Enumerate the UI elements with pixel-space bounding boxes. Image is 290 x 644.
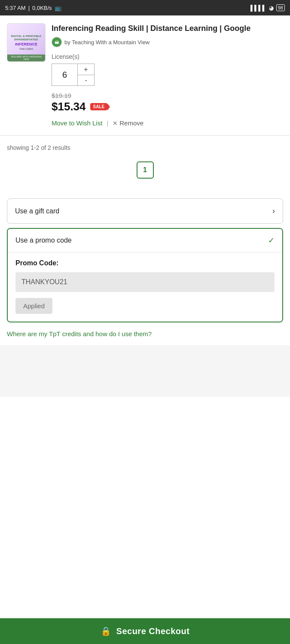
gift-card-section[interactable]: Use a gift card › xyxy=(7,198,283,224)
applied-button[interactable]: Applied xyxy=(15,298,52,314)
seller-row: 🏔 by Teaching With a Mountain View xyxy=(52,37,283,47)
gift-card-label: Use a gift card xyxy=(15,207,59,215)
promo-code-input[interactable] xyxy=(15,272,275,292)
credits-link[interactable]: Where are my TpT credits and how do I us… xyxy=(0,322,290,345)
stepper-plus-button[interactable]: + xyxy=(78,64,94,75)
promo-code-section[interactable]: Use a promo code ✓ Promo Code: Applied xyxy=(7,228,283,322)
remove-icon: ✕ xyxy=(113,120,118,127)
license-label: License(s) xyxy=(52,53,283,60)
original-price: $19.19 xyxy=(52,92,283,99)
thumb-bottom: Teaching With A Mountain View xyxy=(7,55,45,61)
thumb-subtitle: Task Cards xyxy=(19,48,33,50)
promo-code-header[interactable]: Use a promo code ✓ xyxy=(8,229,282,252)
remove-label: Remove xyxy=(119,119,143,127)
bottom-spacer xyxy=(0,345,290,397)
chevron-down-icon: ✓ xyxy=(268,236,275,245)
network-info: 0,0KB/s xyxy=(32,5,52,11)
seller-name: by Teaching With a Mountain View xyxy=(64,39,150,46)
stepper-minus-button[interactable]: - xyxy=(78,75,94,86)
license-count: 6 xyxy=(52,64,78,85)
page-1-button[interactable]: 1 xyxy=(137,161,154,179)
current-price: $15.34 xyxy=(52,100,86,113)
wifi-icon: ◕ xyxy=(269,5,274,11)
lock-icon: 🔒 xyxy=(101,626,111,636)
checkout-bar[interactable]: 🔒 Secure Checkout xyxy=(0,618,290,644)
section-divider xyxy=(0,135,290,136)
chevron-right-icon: › xyxy=(272,207,275,216)
price-row: $15.34 SALE xyxy=(52,100,283,113)
product-section: Digital & Printable Differentiated INFER… xyxy=(0,15,290,131)
time: 5:37 AM xyxy=(5,5,26,11)
product-thumbnail: Digital & Printable Differentiated INFER… xyxy=(7,23,46,62)
results-info: showing 1-2 of 2 results xyxy=(0,140,290,155)
signal-icon: ▌▌▌▌ xyxy=(250,5,266,11)
battery-indicator: 98 xyxy=(276,4,285,11)
thumb-bottom-text: Teaching With A Mountain View xyxy=(8,55,44,61)
product-info: Inferencing Reading Skill | Distance Lea… xyxy=(52,23,283,127)
actions-row: Move to Wish List | ✕ Remove xyxy=(52,119,283,127)
remove-button[interactable]: ✕ Remove xyxy=(113,119,143,127)
wishlist-button[interactable]: Move to Wish List xyxy=(52,119,102,127)
twitch-icon: 📺 xyxy=(55,5,61,11)
promo-code-label: Promo Code: xyxy=(15,259,275,267)
seller-avatar: 🏔 xyxy=(52,37,62,47)
separator: | xyxy=(107,119,108,127)
stepper-buttons[interactable]: + - xyxy=(78,64,94,85)
promo-code-header-label: Use a promo code xyxy=(15,237,72,244)
pagination[interactable]: 1 xyxy=(0,155,290,191)
license-stepper[interactable]: 6 + - xyxy=(52,64,95,86)
checkout-label: Secure Checkout xyxy=(116,626,190,636)
results-text: showing 1-2 of 2 results xyxy=(7,144,70,151)
network-speed: | xyxy=(28,5,30,11)
status-right: ▌▌▌▌ ◕ 98 xyxy=(250,4,285,11)
thumb-top-label: Digital & Printable Differentiated xyxy=(7,35,45,42)
status-left: 5:37 AM | 0,0KB/s 📺 xyxy=(5,5,61,11)
battery-level: 98 xyxy=(278,5,283,10)
product-title: Inferencing Reading Skill | Distance Lea… xyxy=(52,23,283,33)
thumb-title: INFERENCE xyxy=(15,43,37,47)
sale-badge: SALE xyxy=(90,103,108,110)
status-bar: 5:37 AM | 0,0KB/s 📺 ▌▌▌▌ ◕ 98 xyxy=(0,0,290,15)
promo-code-body: Promo Code: Applied xyxy=(8,252,282,322)
